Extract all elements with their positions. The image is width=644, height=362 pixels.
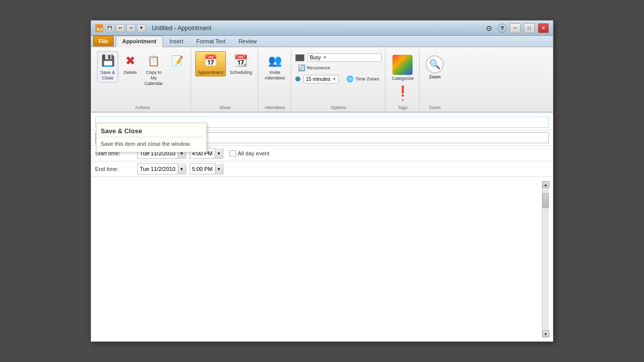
appointment-label: Appointment [198, 70, 223, 75]
delete-label: Delete [124, 70, 137, 75]
qa-redo-btn[interactable]: ↪ [126, 24, 135, 32]
attendees-content: 👥 InviteAttendees [262, 51, 288, 104]
copy-calendar-icon: 📋 [146, 53, 162, 69]
reminder-dot [295, 76, 300, 81]
scheduling-label: Scheduling [230, 70, 253, 75]
tooltip-title: Save & Close [101, 127, 202, 137]
actions-label: Actions [135, 104, 150, 112]
categorize-button[interactable]: Categorize [389, 53, 417, 82]
all-day-checkbox[interactable] [229, 150, 236, 157]
busy-dropdown[interactable]: Busy ▼ [307, 53, 382, 62]
end-time-arrow[interactable]: ▼ [215, 163, 223, 174]
importance-button[interactable]: ❗ ▼ [394, 83, 412, 104]
delete-button[interactable]: ✖ Delete [120, 51, 141, 76]
options-label: Options [331, 104, 346, 112]
scroll-thumb[interactable] [542, 193, 549, 208]
end-time-label: End time: [95, 166, 135, 172]
qa-undo-btn[interactable]: ↩ [116, 24, 125, 32]
tab-insert[interactable]: Insert [163, 36, 190, 46]
nav-back-icon[interactable]: ⊙ [484, 23, 495, 34]
copy-label: Copy to MyCalendar [144, 70, 163, 86]
reminder-value: 15 minutes [306, 76, 331, 82]
zoom-label: Zoom [429, 74, 441, 79]
time-zones-button[interactable]: 🌐 Time Zones [344, 74, 381, 84]
ribbon: 💾 Save &Close ✖ Delete 📋 Copy to MyCalen… [91, 47, 553, 113]
invite-icon: 👥 [267, 53, 283, 69]
options-content: Busy ▼ 🔄 Recurrence 15 minutes ▼ [295, 51, 382, 84]
quick-access-bar: 💾 ↩ ↪ ▼ [105, 24, 146, 32]
importance-down: ▼ [400, 98, 405, 103]
body-input[interactable] [95, 181, 542, 337]
body-area: ▲ ▼ [91, 177, 553, 341]
show-label: Show [219, 104, 231, 112]
scheduling-button[interactable]: 📆 Scheduling [227, 51, 255, 76]
show-content: 📅 Appointment 📆 Scheduling [195, 51, 255, 104]
end-date-arrow[interactable]: ▼ [178, 163, 186, 174]
busy-indicator [295, 54, 304, 61]
appointment-icon: 📅 [202, 53, 218, 69]
invite-label: InviteAttendees [265, 70, 285, 81]
zoom-content: 🔍 Zoom [424, 51, 446, 81]
title-bar-right: ⊙ ? ─ □ ✕ [484, 23, 549, 34]
ribbon-group-tags: Categorize ❗ ▼ Tags [386, 49, 420, 112]
start-time-arrow[interactable]: ▼ [215, 148, 223, 159]
close-button[interactable]: ✕ [538, 23, 549, 33]
end-time-input[interactable]: 5:00 PM ▼ [190, 163, 223, 174]
scroll-track [542, 188, 549, 330]
busy-row: Busy ▼ [295, 53, 382, 62]
zoom-group-label: Zoom [429, 104, 441, 112]
scheduling-icon: 📆 [233, 53, 249, 69]
busy-value: Busy [310, 55, 321, 60]
ribbon-tabs: File Appointment Insert Format Text Revi… [91, 36, 553, 47]
end-date-value: Tue 11/2/2010 [138, 166, 178, 172]
minimize-button[interactable]: ─ [510, 23, 521, 33]
tab-file[interactable]: File [93, 36, 114, 46]
tab-appointment[interactable]: Appointment [116, 36, 163, 47]
ribbon-group-zoom: 🔍 Zoom Zoom [421, 49, 449, 112]
note-icon: 📝 [169, 53, 185, 69]
content-area: Save & Close Save this item and close th… [91, 113, 553, 341]
end-date-input[interactable]: Tue 11/2/2010 ▼ [137, 163, 186, 174]
tags-label: Tags [398, 104, 408, 112]
window-title: Untitled - Appointment [152, 25, 211, 32]
qa-customize-btn[interactable]: ▼ [137, 24, 146, 32]
tags-content: Categorize ❗ ▼ [389, 51, 417, 104]
ribbon-group-attendees: 👥 InviteAttendees Attendees [259, 49, 291, 112]
appointment-view-button[interactable]: 📅 Appointment [195, 51, 226, 76]
tab-review[interactable]: Review [232, 36, 263, 46]
body-scrollbar[interactable]: ▲ ▼ [542, 181, 549, 337]
qa-save-btn[interactable]: 💾 [105, 24, 114, 32]
busy-arrow: ▼ [323, 55, 327, 60]
scroll-up-btn[interactable]: ▲ [542, 181, 549, 188]
title-bar: 📅 💾 ↩ ↪ ▼ Untitled - Appointment ⊙ ? ─ □… [91, 21, 553, 36]
recurrence-icon: 🔄 [298, 64, 305, 71]
invite-attendees-button[interactable]: 👥 InviteAttendees [262, 51, 288, 82]
ribbon-group-options: Busy ▼ 🔄 Recurrence 15 minutes ▼ [292, 49, 385, 112]
importance-icon: ❗ [396, 85, 409, 97]
globe-icon: 🌐 [346, 75, 354, 82]
tooltip-description: Save this item and close the window. [101, 140, 202, 148]
categorize-icon [392, 55, 413, 75]
reminder-arrow: ▼ [333, 77, 337, 81]
end-time-row: End time: Tue 11/2/2010 ▼ 5:00 PM ▼ [91, 161, 553, 177]
save-close-label: Save &Close [100, 70, 115, 81]
main-window: 📅 💾 ↩ ↪ ▼ Untitled - Appointment ⊙ ? ─ □… [91, 20, 553, 342]
scroll-down-btn[interactable]: ▼ [542, 330, 549, 337]
note-button[interactable]: 📝 [167, 51, 188, 70]
zoom-button[interactable]: 🔍 Zoom [424, 53, 446, 81]
copy-to-calendar-button[interactable]: 📋 Copy to MyCalendar [142, 51, 165, 87]
reminder-row: 15 minutes ▼ 🌐 Time Zones [295, 74, 382, 84]
reminder-dropdown[interactable]: 15 minutes ▼ [303, 75, 339, 83]
categorize-label: Categorize [392, 76, 414, 81]
recurrence-row: 🔄 Recurrence [295, 63, 382, 73]
tab-format-text[interactable]: Format Text [190, 36, 232, 46]
help-icon[interactable]: ? [498, 24, 507, 33]
save-close-button[interactable]: 💾 Save &Close [97, 51, 118, 82]
recurrence-button[interactable]: 🔄 Recurrence [295, 63, 333, 73]
ribbon-group-actions: 💾 Save &Close ✖ Delete 📋 Copy to MyCalen… [94, 49, 191, 112]
time-zones-label: Time Zones [355, 76, 379, 81]
end-time-value: 5:00 PM [190, 166, 215, 172]
maximize-button[interactable]: □ [524, 23, 535, 33]
attendees-label: Attendees [265, 104, 285, 112]
all-day-container: All day event [229, 150, 270, 157]
